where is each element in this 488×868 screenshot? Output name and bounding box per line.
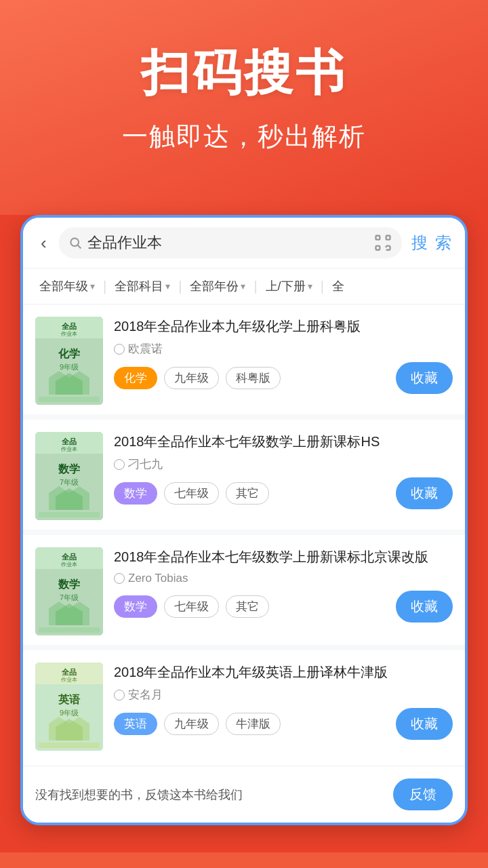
svg-text:9年级: 9年级 <box>60 709 79 717</box>
tag-edition-4: 牛津版 <box>226 713 281 735</box>
filter-volume[interactable]: 上/下册 ▾ <box>262 275 317 297</box>
filter-year[interactable]: 全部年份 ▾ <box>186 275 249 297</box>
tag-subject-2: 数学 <box>114 482 157 505</box>
svg-rect-35 <box>39 627 100 633</box>
search-button[interactable]: 搜 索 <box>411 232 453 254</box>
svg-point-0 <box>70 238 79 246</box>
book-cover-2: 全品 作业本 数学 7年级 <box>35 432 103 520</box>
book-item: 全品 作业本 数学 7年级 2018年全品作业本七年级数学上册新课标北京课改版 … <box>23 535 465 645</box>
book-item: 全品 作业本 化学 9年级 2018年全品作业本九年级化学上册科粤版 欧震诺 <box>23 304 465 414</box>
collect-button-1[interactable]: 收藏 <box>396 362 453 394</box>
tag-subject-3: 数学 <box>114 595 157 618</box>
collect-button-4[interactable]: 收藏 <box>396 708 453 740</box>
hero-title: 扫码搜书 <box>0 41 488 106</box>
collect-button-3[interactable]: 收藏 <box>396 591 453 623</box>
svg-rect-17 <box>39 397 100 402</box>
svg-text:全品: 全品 <box>62 553 77 561</box>
svg-rect-2 <box>376 236 380 240</box>
svg-text:数学: 数学 <box>58 578 80 590</box>
book-cover-3: 全品 作业本 数学 7年级 <box>35 547 103 635</box>
book-author-4: 安名月 <box>114 687 453 703</box>
svg-text:化学: 化学 <box>58 348 80 359</box>
author-icon-2 <box>114 459 125 470</box>
book-tags-4: 英语 九年级 牛津版 <box>114 713 281 735</box>
search-input-wrap[interactable]: 全品作业本 <box>59 227 403 258</box>
svg-rect-4 <box>376 246 380 250</box>
collect-button-2[interactable]: 收藏 <box>396 477 453 509</box>
back-button[interactable]: ‹ <box>35 230 52 256</box>
svg-text:7年级: 7年级 <box>60 478 79 486</box>
book-title-4: 2018年全品作业本九年级英语上册译林牛津版 <box>114 663 453 682</box>
hero-subtitle: 一触即达，秒出解析 <box>0 119 488 154</box>
feedback-button[interactable]: 反馈 <box>393 778 453 810</box>
tag-grade-3: 七年级 <box>164 595 219 618</box>
phone-frame: ‹ 全品作业本 搜 索 <box>20 215 468 825</box>
tag-grade-1: 九年级 <box>164 367 219 389</box>
svg-text:数学: 数学 <box>58 463 80 475</box>
tag-edition-2: 其它 <box>226 482 269 505</box>
svg-rect-44 <box>39 743 100 748</box>
svg-line-1 <box>77 245 81 249</box>
svg-rect-3 <box>386 236 390 240</box>
book-title-3: 2018年全品作业本七年级数学上册新课标北京课改版 <box>114 547 453 566</box>
filter-year-arrow: ▾ <box>241 281 245 292</box>
author-icon-4 <box>114 690 125 701</box>
svg-text:全品: 全品 <box>62 322 77 330</box>
book-info-3: 2018年全品作业本七年级数学上册新课标北京课改版 Zero Tobias 数学… <box>114 547 453 623</box>
tag-subject-1: 化学 <box>114 367 157 389</box>
search-input-text: 全品作业本 <box>87 233 362 253</box>
book-author-3: Zero Tobias <box>114 572 453 585</box>
book-info-2: 2018年全品作业本七年级数学上册新课标HS 刁七九 数学 七年级 其它 收藏 <box>114 432 453 509</box>
filter-volume-arrow: ▾ <box>308 281 312 292</box>
hero-section: 扫码搜书 一触即达，秒出解析 <box>0 0 488 215</box>
svg-text:作业本: 作业本 <box>60 446 77 452</box>
book-list: 全品 作业本 化学 9年级 2018年全品作业本九年级化学上册科粤版 欧震诺 <box>23 304 465 760</box>
svg-text:作业本: 作业本 <box>60 677 77 683</box>
search-bar: ‹ 全品作业本 搜 索 <box>23 218 465 269</box>
tag-subject-4: 英语 <box>114 713 157 735</box>
book-info-1: 2018年全品作业本九年级化学上册科粤版 欧震诺 化学 九年级 科粤版 收藏 <box>114 317 453 394</box>
author-icon-3 <box>114 573 125 584</box>
author-icon-1 <box>114 344 125 355</box>
book-item: 全品 作业本 英语 9年级 2018年全品作业本九年级英语上册译林牛津版 安名月 <box>23 650 465 760</box>
tags-and-btn-4: 英语 九年级 牛津版 收藏 <box>114 708 453 740</box>
book-tags-3: 数学 七年级 其它 <box>114 595 269 618</box>
filter-subject[interactable]: 全部科目 ▾ <box>110 275 174 297</box>
book-item: 全品 作业本 数学 7年级 2018年全品作业本七年级数学上册新课标HS 刁七九 <box>23 420 465 530</box>
svg-text:全品: 全品 <box>62 437 77 446</box>
book-tags-1: 化学 九年级 科粤版 <box>114 367 281 389</box>
book-tags-2: 数学 七年级 其它 <box>114 482 269 505</box>
svg-text:作业本: 作业本 <box>60 561 77 568</box>
book-title-1: 2018年全品作业本九年级化学上册科粤版 <box>114 317 453 336</box>
book-author-1: 欧震诺 <box>114 341 453 357</box>
search-icon <box>68 236 82 250</box>
tags-and-btn-3: 数学 七年级 其它 收藏 <box>114 591 453 623</box>
filter-subject-arrow: ▾ <box>165 281 170 292</box>
tag-edition-3: 其它 <box>226 595 269 618</box>
tag-grade-2: 七年级 <box>164 482 219 505</box>
svg-text:全品: 全品 <box>62 668 77 676</box>
filter-grade-arrow: ▾ <box>90 281 95 292</box>
tag-edition-1: 科粤版 <box>226 367 281 389</box>
svg-text:7年级: 7年级 <box>60 593 79 601</box>
svg-text:英语: 英语 <box>58 694 81 705</box>
book-title-2: 2018年全品作业本七年级数学上册新课标HS <box>114 432 453 451</box>
filter-all[interactable]: 全 <box>328 275 348 297</box>
svg-text:作业本: 作业本 <box>60 331 77 337</box>
book-cover-1: 全品 作业本 化学 9年级 <box>35 317 103 405</box>
scan-icon[interactable] <box>373 233 392 252</box>
tags-and-btn-2: 数学 七年级 其它 收藏 <box>114 477 453 509</box>
filter-bar: 全部年级 ▾ | 全部科目 ▾ | 全部年份 ▾ | 上/下册 ▾ | 全 <box>23 269 465 304</box>
feedback-bar: 没有找到想要的书，反馈这本书给我们 反馈 <box>23 766 465 823</box>
phone-wrapper: ‹ 全品作业本 搜 索 <box>0 215 488 852</box>
filter-grade[interactable]: 全部年级 ▾ <box>35 275 99 297</box>
book-author-2: 刁七九 <box>114 456 453 472</box>
svg-rect-26 <box>39 512 100 517</box>
svg-text:9年级: 9年级 <box>60 363 79 371</box>
tag-grade-4: 九年级 <box>164 713 219 735</box>
book-info-4: 2018年全品作业本九年级英语上册译林牛津版 安名月 英语 九年级 牛津版 收藏 <box>114 663 453 740</box>
tags-and-btn-1: 化学 九年级 科粤版 收藏 <box>114 362 453 394</box>
feedback-text: 没有找到想要的书，反馈这本书给我们 <box>35 787 243 803</box>
book-cover-4: 全品 作业本 英语 9年级 <box>35 663 103 751</box>
